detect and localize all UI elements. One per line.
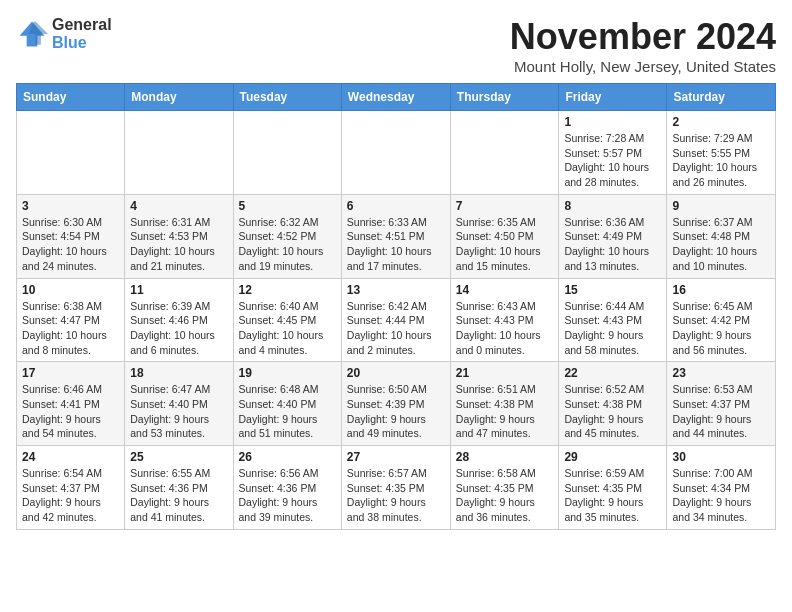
day-number: 22 bbox=[564, 366, 661, 380]
day-number: 3 bbox=[22, 199, 119, 213]
day-info: Sunrise: 6:53 AM Sunset: 4:37 PM Dayligh… bbox=[672, 382, 770, 441]
calendar-cell: 8Sunrise: 6:36 AM Sunset: 4:49 PM Daylig… bbox=[559, 194, 667, 278]
day-info: Sunrise: 6:42 AM Sunset: 4:44 PM Dayligh… bbox=[347, 299, 445, 358]
day-number: 23 bbox=[672, 366, 770, 380]
day-number: 8 bbox=[564, 199, 661, 213]
day-info: Sunrise: 6:47 AM Sunset: 4:40 PM Dayligh… bbox=[130, 382, 227, 441]
calendar-cell: 4Sunrise: 6:31 AM Sunset: 4:53 PM Daylig… bbox=[125, 194, 233, 278]
weekday-header: Friday bbox=[559, 84, 667, 111]
day-number: 5 bbox=[239, 199, 336, 213]
calendar-cell: 25Sunrise: 6:55 AM Sunset: 4:36 PM Dayli… bbox=[125, 446, 233, 530]
day-info: Sunrise: 7:00 AM Sunset: 4:34 PM Dayligh… bbox=[672, 466, 770, 525]
day-number: 25 bbox=[130, 450, 227, 464]
day-number: 19 bbox=[239, 366, 336, 380]
day-number: 13 bbox=[347, 283, 445, 297]
location: Mount Holly, New Jersey, United States bbox=[510, 58, 776, 75]
day-info: Sunrise: 6:50 AM Sunset: 4:39 PM Dayligh… bbox=[347, 382, 445, 441]
calendar-week-row: 17Sunrise: 6:46 AM Sunset: 4:41 PM Dayli… bbox=[17, 362, 776, 446]
calendar-cell: 22Sunrise: 6:52 AM Sunset: 4:38 PM Dayli… bbox=[559, 362, 667, 446]
day-number: 9 bbox=[672, 199, 770, 213]
calendar-cell: 24Sunrise: 6:54 AM Sunset: 4:37 PM Dayli… bbox=[17, 446, 125, 530]
calendar-cell: 1Sunrise: 7:28 AM Sunset: 5:57 PM Daylig… bbox=[559, 111, 667, 195]
calendar-week-row: 10Sunrise: 6:38 AM Sunset: 4:47 PM Dayli… bbox=[17, 278, 776, 362]
logo-icon bbox=[16, 18, 48, 50]
day-number: 29 bbox=[564, 450, 661, 464]
day-info: Sunrise: 7:28 AM Sunset: 5:57 PM Dayligh… bbox=[564, 131, 661, 190]
calendar-cell: 27Sunrise: 6:57 AM Sunset: 4:35 PM Dayli… bbox=[341, 446, 450, 530]
day-info: Sunrise: 6:31 AM Sunset: 4:53 PM Dayligh… bbox=[130, 215, 227, 274]
day-info: Sunrise: 6:55 AM Sunset: 4:36 PM Dayligh… bbox=[130, 466, 227, 525]
day-number: 16 bbox=[672, 283, 770, 297]
calendar-cell: 26Sunrise: 6:56 AM Sunset: 4:36 PM Dayli… bbox=[233, 446, 341, 530]
calendar-header-row: SundayMondayTuesdayWednesdayThursdayFrid… bbox=[17, 84, 776, 111]
calendar-cell: 3Sunrise: 6:30 AM Sunset: 4:54 PM Daylig… bbox=[17, 194, 125, 278]
day-info: Sunrise: 6:48 AM Sunset: 4:40 PM Dayligh… bbox=[239, 382, 336, 441]
day-info: Sunrise: 6:59 AM Sunset: 4:35 PM Dayligh… bbox=[564, 466, 661, 525]
day-number: 20 bbox=[347, 366, 445, 380]
day-info: Sunrise: 6:38 AM Sunset: 4:47 PM Dayligh… bbox=[22, 299, 119, 358]
day-number: 1 bbox=[564, 115, 661, 129]
calendar-cell: 11Sunrise: 6:39 AM Sunset: 4:46 PM Dayli… bbox=[125, 278, 233, 362]
calendar-cell: 6Sunrise: 6:33 AM Sunset: 4:51 PM Daylig… bbox=[341, 194, 450, 278]
logo-text: General Blue bbox=[52, 16, 112, 51]
day-info: Sunrise: 7:29 AM Sunset: 5:55 PM Dayligh… bbox=[672, 131, 770, 190]
calendar-cell: 30Sunrise: 7:00 AM Sunset: 4:34 PM Dayli… bbox=[667, 446, 776, 530]
weekday-header: Wednesday bbox=[341, 84, 450, 111]
day-info: Sunrise: 6:52 AM Sunset: 4:38 PM Dayligh… bbox=[564, 382, 661, 441]
calendar-cell: 28Sunrise: 6:58 AM Sunset: 4:35 PM Dayli… bbox=[450, 446, 559, 530]
calendar-cell: 16Sunrise: 6:45 AM Sunset: 4:42 PM Dayli… bbox=[667, 278, 776, 362]
day-info: Sunrise: 6:33 AM Sunset: 4:51 PM Dayligh… bbox=[347, 215, 445, 274]
logo: General Blue bbox=[16, 16, 112, 51]
day-number: 14 bbox=[456, 283, 554, 297]
weekday-header: Tuesday bbox=[233, 84, 341, 111]
calendar-cell: 15Sunrise: 6:44 AM Sunset: 4:43 PM Dayli… bbox=[559, 278, 667, 362]
calendar-cell: 13Sunrise: 6:42 AM Sunset: 4:44 PM Dayli… bbox=[341, 278, 450, 362]
calendar-cell bbox=[341, 111, 450, 195]
calendar-week-row: 1Sunrise: 7:28 AM Sunset: 5:57 PM Daylig… bbox=[17, 111, 776, 195]
calendar-cell: 20Sunrise: 6:50 AM Sunset: 4:39 PM Dayli… bbox=[341, 362, 450, 446]
day-info: Sunrise: 6:37 AM Sunset: 4:48 PM Dayligh… bbox=[672, 215, 770, 274]
day-number: 21 bbox=[456, 366, 554, 380]
day-number: 10 bbox=[22, 283, 119, 297]
day-number: 26 bbox=[239, 450, 336, 464]
day-info: Sunrise: 6:43 AM Sunset: 4:43 PM Dayligh… bbox=[456, 299, 554, 358]
day-number: 30 bbox=[672, 450, 770, 464]
calendar-cell: 19Sunrise: 6:48 AM Sunset: 4:40 PM Dayli… bbox=[233, 362, 341, 446]
day-number: 4 bbox=[130, 199, 227, 213]
calendar: SundayMondayTuesdayWednesdayThursdayFrid… bbox=[16, 83, 776, 530]
day-number: 11 bbox=[130, 283, 227, 297]
calendar-cell: 12Sunrise: 6:40 AM Sunset: 4:45 PM Dayli… bbox=[233, 278, 341, 362]
calendar-cell: 21Sunrise: 6:51 AM Sunset: 4:38 PM Dayli… bbox=[450, 362, 559, 446]
calendar-cell bbox=[450, 111, 559, 195]
day-info: Sunrise: 6:35 AM Sunset: 4:50 PM Dayligh… bbox=[456, 215, 554, 274]
calendar-cell: 18Sunrise: 6:47 AM Sunset: 4:40 PM Dayli… bbox=[125, 362, 233, 446]
calendar-cell: 17Sunrise: 6:46 AM Sunset: 4:41 PM Dayli… bbox=[17, 362, 125, 446]
weekday-header: Monday bbox=[125, 84, 233, 111]
weekday-header: Thursday bbox=[450, 84, 559, 111]
logo-general: General bbox=[52, 16, 112, 34]
calendar-cell bbox=[17, 111, 125, 195]
calendar-cell: 7Sunrise: 6:35 AM Sunset: 4:50 PM Daylig… bbox=[450, 194, 559, 278]
day-info: Sunrise: 6:45 AM Sunset: 4:42 PM Dayligh… bbox=[672, 299, 770, 358]
calendar-cell: 9Sunrise: 6:37 AM Sunset: 4:48 PM Daylig… bbox=[667, 194, 776, 278]
calendar-cell: 23Sunrise: 6:53 AM Sunset: 4:37 PM Dayli… bbox=[667, 362, 776, 446]
weekday-header: Saturday bbox=[667, 84, 776, 111]
calendar-week-row: 3Sunrise: 6:30 AM Sunset: 4:54 PM Daylig… bbox=[17, 194, 776, 278]
title-section: November 2024 Mount Holly, New Jersey, U… bbox=[510, 16, 776, 75]
day-info: Sunrise: 6:54 AM Sunset: 4:37 PM Dayligh… bbox=[22, 466, 119, 525]
calendar-cell: 2Sunrise: 7:29 AM Sunset: 5:55 PM Daylig… bbox=[667, 111, 776, 195]
day-number: 18 bbox=[130, 366, 227, 380]
day-info: Sunrise: 6:30 AM Sunset: 4:54 PM Dayligh… bbox=[22, 215, 119, 274]
day-info: Sunrise: 6:32 AM Sunset: 4:52 PM Dayligh… bbox=[239, 215, 336, 274]
day-number: 2 bbox=[672, 115, 770, 129]
weekday-header: Sunday bbox=[17, 84, 125, 111]
day-info: Sunrise: 6:44 AM Sunset: 4:43 PM Dayligh… bbox=[564, 299, 661, 358]
calendar-cell: 5Sunrise: 6:32 AM Sunset: 4:52 PM Daylig… bbox=[233, 194, 341, 278]
day-number: 28 bbox=[456, 450, 554, 464]
day-info: Sunrise: 6:58 AM Sunset: 4:35 PM Dayligh… bbox=[456, 466, 554, 525]
day-info: Sunrise: 6:51 AM Sunset: 4:38 PM Dayligh… bbox=[456, 382, 554, 441]
page-header: General Blue November 2024 Mount Holly, … bbox=[16, 16, 776, 75]
day-number: 27 bbox=[347, 450, 445, 464]
calendar-cell: 29Sunrise: 6:59 AM Sunset: 4:35 PM Dayli… bbox=[559, 446, 667, 530]
calendar-week-row: 24Sunrise: 6:54 AM Sunset: 4:37 PM Dayli… bbox=[17, 446, 776, 530]
